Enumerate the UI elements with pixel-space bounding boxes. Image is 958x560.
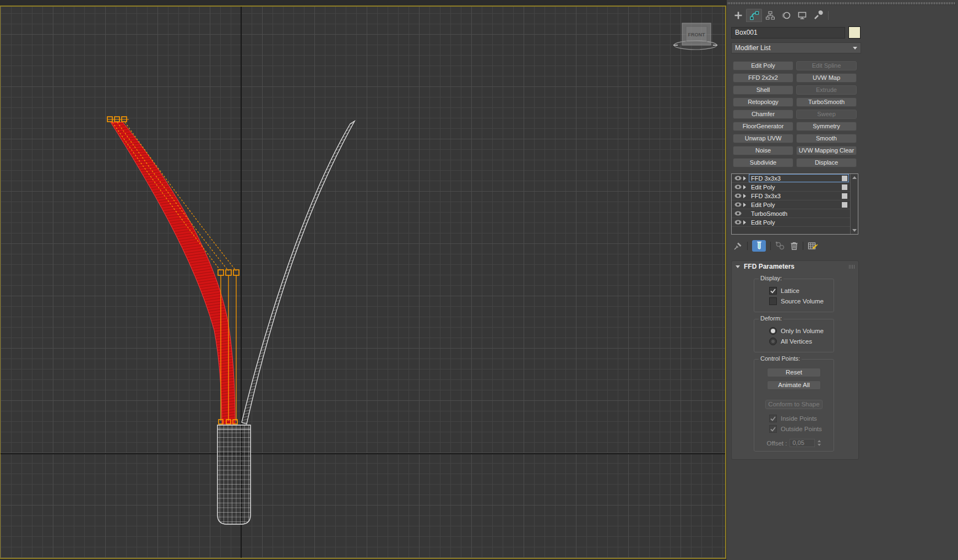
modifier-enable-toggle[interactable]: [842, 202, 847, 208]
modifier-button-turbosmooth[interactable]: TurboSmooth: [796, 97, 857, 107]
stack-item-label: FFD 3x3x3: [751, 193, 842, 199]
visibility-eye-icon: [734, 193, 742, 198]
visibility-toggle[interactable]: [734, 220, 743, 225]
spinner-up-icon[interactable]: [818, 440, 821, 442]
visibility-toggle[interactable]: [734, 202, 743, 207]
tab-hierarchy[interactable]: [762, 9, 778, 22]
tab-motion[interactable]: [778, 9, 794, 22]
object-name-field[interactable]: Box001: [731, 27, 845, 39]
ffd-lattice[interactable]: [107, 117, 239, 424]
remove-modifier-button[interactable]: [790, 241, 798, 251]
toolbar-separator: [770, 242, 771, 250]
stack-scrollbar[interactable]: [850, 174, 858, 234]
lattice-checkbox[interactable]: [769, 287, 777, 295]
tab-utilities[interactable]: [810, 9, 826, 22]
modifier-buttons-grid: Edit PolyEdit SplineFFD 2x2x2UVW MapShel…: [733, 61, 958, 167]
viewcube[interactable]: FRONT: [673, 23, 717, 50]
modifier-button-symmetry[interactable]: Symmetry: [796, 122, 857, 131]
show-end-result-button[interactable]: [752, 240, 766, 252]
modifier-button-sweep[interactable]: Sweep: [796, 110, 857, 119]
ffd-parameters-rollout: FFD Parameters Display: Lattice Source V…: [731, 260, 859, 460]
stack-row-edit-poly[interactable]: Edit Poly: [732, 200, 858, 209]
spinner-down-icon[interactable]: [818, 444, 821, 446]
modifier-button-smooth[interactable]: Smooth: [796, 134, 857, 143]
modifier-button-chamfer[interactable]: Chamfer: [733, 110, 793, 119]
modifier-button-uvw-mapping-clear[interactable]: UVW Mapping Clear: [796, 146, 857, 155]
offset-spinner[interactable]: [818, 440, 821, 446]
modifier-button-displace[interactable]: Displace: [796, 158, 857, 167]
expander[interactable]: [743, 176, 749, 181]
inside-points-checkbox-row[interactable]: Inside Points: [769, 415, 834, 422]
source-volume-checkbox-row[interactable]: Source Volume: [769, 297, 834, 305]
reset-button[interactable]: Reset: [767, 368, 821, 377]
expander[interactable]: [743, 185, 749, 189]
modifier-button-noise[interactable]: Noise: [733, 146, 793, 155]
tab-display[interactable]: [794, 9, 810, 22]
modifier-button-unwrap-uvw[interactable]: Unwrap UVW: [733, 134, 793, 143]
control-points-group: Control Points: Reset Animate All Confor…: [754, 359, 834, 452]
visibility-toggle[interactable]: [734, 211, 743, 216]
viewport-front[interactable]: FRONT: [0, 0, 727, 560]
only-in-volume-radio[interactable]: [769, 327, 777, 335]
modifier-list-label: Modifier List: [735, 44, 771, 52]
conform-to-shape-button[interactable]: Conform to Shape: [765, 400, 823, 409]
offset-value-field[interactable]: 0,05: [790, 439, 815, 447]
modifier-button-shell[interactable]: Shell: [733, 85, 793, 95]
expand-arrow-icon: [743, 176, 746, 181]
rollout-header[interactable]: FFD Parameters: [732, 261, 858, 272]
modifier-button-edit-spline[interactable]: Edit Spline: [796, 61, 857, 70]
handle-wireframe[interactable]: [217, 425, 251, 524]
panel-dock-grip[interactable]: [728, 2, 956, 5]
hierarchy-icon: [765, 10, 775, 20]
modifier-button-uvw-map[interactable]: UVW Map: [796, 73, 857, 83]
stack-row-ffd-3x3x3[interactable]: FFD 3x3x3: [732, 174, 858, 183]
modifier-button-ffd-2x2x2[interactable]: FFD 2x2x2: [733, 73, 793, 83]
stack-row-ffd-3x3x3[interactable]: FFD 3x3x3: [732, 192, 858, 200]
expander[interactable]: [743, 194, 749, 198]
modifier-stack[interactable]: FFD 3x3x3Edit PolyFFD 3x3x3Edit PolyTurb…: [731, 173, 858, 235]
modifier-button-extrude[interactable]: Extrude: [796, 85, 857, 95]
only-in-volume-radio-row[interactable]: Only In Volume: [769, 327, 834, 335]
modifier-button-retopology[interactable]: Retopology: [733, 97, 793, 107]
outside-points-checkbox-row[interactable]: Outside Points: [769, 425, 834, 433]
modifier-button-subdivide[interactable]: Subdivide: [733, 158, 793, 167]
animate-all-button[interactable]: Animate All: [767, 380, 821, 390]
tab-create[interactable]: [730, 9, 746, 22]
visibility-toggle[interactable]: [734, 184, 743, 189]
pin-stack-button[interactable]: [733, 241, 743, 251]
red-blade-selected[interactable]: [111, 122, 235, 424]
make-unique-button[interactable]: [775, 241, 786, 251]
all-vertices-radio[interactable]: [769, 338, 777, 345]
modifier-enable-toggle[interactable]: [842, 184, 847, 190]
inside-points-checkbox[interactable]: [769, 415, 777, 422]
modifier-enable-toggle[interactable]: [842, 176, 847, 181]
stack-row-edit-poly[interactable]: Edit Poly: [732, 183, 858, 192]
scroll-up-arrow-icon[interactable]: [852, 176, 857, 179]
visibility-toggle[interactable]: [734, 176, 743, 181]
outside-points-checkbox[interactable]: [769, 425, 777, 433]
visibility-toggle[interactable]: [734, 193, 743, 198]
modifier-button-edit-poly[interactable]: Edit Poly: [733, 61, 793, 70]
modifier-button-floorgenerator[interactable]: FloorGenerator: [733, 122, 793, 131]
visibility-eye-icon: [734, 176, 742, 181]
expander[interactable]: [743, 220, 749, 225]
expander[interactable]: [743, 203, 749, 207]
scroll-down-arrow-icon[interactable]: [852, 229, 857, 232]
toolbar-separator: [747, 242, 748, 250]
lattice-checkbox-row[interactable]: Lattice: [769, 287, 834, 295]
ffd-control-points[interactable]: [107, 117, 239, 424]
stack-row-turbosmooth[interactable]: TurboSmooth: [732, 209, 858, 218]
expand-arrow-icon: [743, 220, 746, 225]
object-color-swatch[interactable]: [848, 26, 861, 39]
modifier-list-dropdown[interactable]: Modifier List: [731, 42, 861, 53]
test-tube-icon: [756, 241, 763, 250]
configure-modifier-sets-button[interactable]: [808, 241, 818, 251]
source-volume-checkbox[interactable]: [769, 297, 777, 305]
viewcube-front-label[interactable]: FRONT: [688, 32, 705, 37]
tab-modify[interactable]: [746, 9, 762, 22]
stack-row-edit-poly[interactable]: Edit Poly: [732, 218, 858, 227]
white-blade-wireframe[interactable]: [242, 121, 355, 424]
all-vertices-radio-row[interactable]: All Vertices: [769, 338, 834, 345]
viewport-canvas[interactable]: FRONT: [0, 6, 726, 559]
modifier-enable-toggle[interactable]: [842, 193, 847, 199]
